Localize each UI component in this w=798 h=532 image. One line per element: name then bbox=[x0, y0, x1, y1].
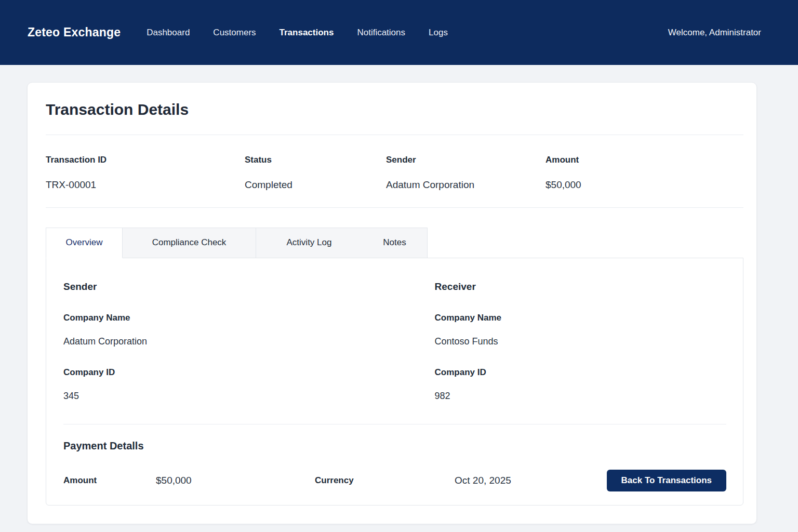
user-greeting: Welcome, Administrator bbox=[668, 28, 761, 38]
amount-label: Amount bbox=[63, 475, 156, 486]
field-label: Company ID bbox=[435, 367, 726, 378]
field-value: Adatum Corporation bbox=[63, 336, 435, 347]
field-label: Transaction ID bbox=[46, 155, 245, 165]
overview-tab-panel: Sender Company Name Adatum Corporation C… bbox=[46, 258, 743, 506]
payment-details-heading: Payment Detalls bbox=[63, 440, 726, 452]
field-label: Sender bbox=[386, 155, 546, 165]
receiver-company-id: Company ID 982 bbox=[435, 367, 726, 402]
nav-item-dashboard[interactable]: Dashboard bbox=[147, 28, 190, 38]
back-to-transactions-button[interactable]: Back To Transactions bbox=[607, 470, 726, 491]
field-label: Status bbox=[245, 155, 386, 165]
nav-item-customers[interactable]: Customers bbox=[213, 28, 256, 38]
divider bbox=[63, 424, 726, 424]
nav-item-transactions[interactable]: Transactions bbox=[280, 28, 334, 38]
payment-details-row: Amount $50,000 Currency Oct 20, 2025 Bac… bbox=[63, 470, 726, 491]
field-label: Company ID bbox=[63, 367, 435, 378]
field-label: Amount bbox=[546, 155, 743, 165]
field-value: TRX-00001 bbox=[46, 179, 245, 191]
tab-notes[interactable]: Notes bbox=[362, 228, 428, 258]
tab-overview[interactable]: Overview bbox=[46, 228, 123, 258]
field-value: 982 bbox=[435, 391, 726, 402]
app-header: Zeteo Exchange Dashboard Customers Trans… bbox=[0, 0, 798, 65]
transaction-details-card: Transaction Details Transaction ID TRX-0… bbox=[27, 82, 757, 524]
transaction-summary: Transaction ID TRX-00001 Status Complete… bbox=[46, 135, 743, 208]
nav-item-notifications[interactable]: Notifications bbox=[357, 28, 405, 38]
status-value: Completed bbox=[245, 179, 386, 191]
tab-compliance-check[interactable]: Compliance Check bbox=[123, 228, 256, 258]
sender-section: Sender Company Name Adatum Corporation C… bbox=[63, 281, 435, 402]
summary-amount: Amount $50,000 bbox=[546, 155, 743, 191]
tab-bar: Overview Compliance Check Activity Log N… bbox=[46, 228, 743, 258]
receiver-heading: Receiver bbox=[435, 281, 726, 292]
field-label: Company Name bbox=[435, 313, 726, 323]
sender-heading: Sender bbox=[63, 281, 435, 292]
field-value: Contoso Funds bbox=[435, 336, 726, 347]
brand-logo[interactable]: Zeteo Exchange bbox=[28, 25, 121, 39]
sender-company-name: Company Name Adatum Corporation bbox=[63, 313, 435, 347]
receiver-company-name: Company Name Contoso Funds bbox=[435, 313, 726, 347]
sender-receiver-grid: Sender Company Name Adatum Corporation C… bbox=[63, 281, 726, 402]
field-value: 345 bbox=[63, 391, 435, 402]
field-value: $50,000 bbox=[546, 179, 743, 191]
field-label: Company Name bbox=[63, 313, 435, 323]
currency-label: Currency bbox=[315, 475, 455, 486]
tab-activity-log[interactable]: Activity Log bbox=[256, 228, 362, 258]
page-title: Transaction Details bbox=[46, 101, 743, 119]
sender-company-id: Company ID 345 bbox=[63, 367, 435, 402]
summary-status: Status Completed bbox=[245, 155, 386, 191]
receiver-section: Receiver Company Name Contoso Funds Comp… bbox=[435, 281, 726, 402]
currency-value: Oct 20, 2025 bbox=[455, 475, 607, 486]
nav-item-logs[interactable]: Logs bbox=[429, 28, 448, 38]
field-value: Adatum Corporation bbox=[386, 179, 546, 191]
summary-transaction-id: Transaction ID TRX-00001 bbox=[46, 155, 245, 191]
summary-sender: Sender Adatum Corporation bbox=[386, 155, 546, 191]
main-nav: Dashboard Customers Transactions Notific… bbox=[147, 28, 448, 38]
amount-value: $50,000 bbox=[156, 475, 315, 486]
